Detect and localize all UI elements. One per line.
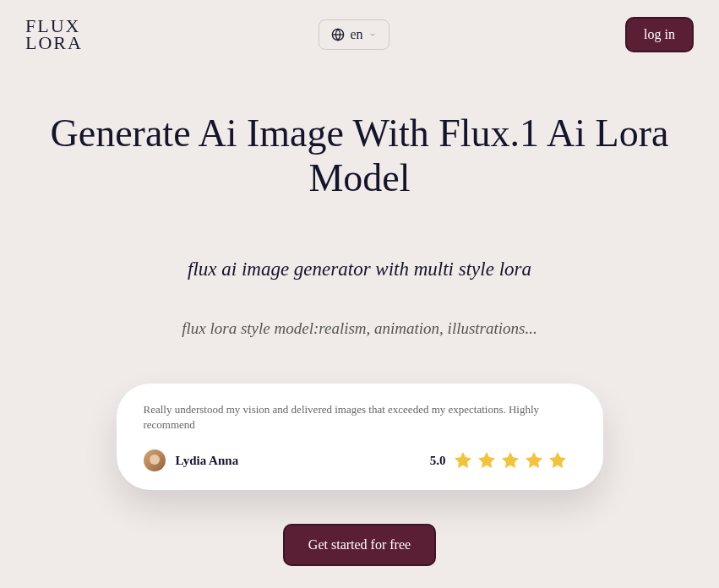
star-icon (524, 450, 544, 471)
header: FLUX LORA en log in (0, 0, 719, 69)
rating-value: 5.0 (430, 454, 446, 468)
chevron-down-icon (368, 30, 377, 39)
logo[interactable]: FLUX LORA (25, 18, 83, 52)
main-content: Generate Ai Image With Flux.1 Ai Lora Mo… (0, 69, 719, 566)
star-icon (500, 450, 520, 471)
star-icon (477, 450, 497, 471)
star-icon (453, 450, 473, 471)
globe-icon (331, 28, 345, 41)
get-started-button[interactable]: Get started for free (283, 524, 436, 566)
avatar (144, 449, 166, 471)
reviewer-name: Lydia Anna (176, 454, 239, 468)
rating: 5.0 (430, 450, 568, 471)
review-text: Really understood my vision and delivere… (144, 402, 568, 433)
review-card: Really understood my vision and delivere… (117, 384, 603, 490)
star-icon (547, 450, 568, 471)
stars (453, 450, 568, 471)
hero-subtitle: flux ai image generator with multi style… (34, 259, 685, 280)
logo-line2: LORA (25, 35, 83, 52)
language-selector[interactable]: en (319, 19, 389, 50)
login-button[interactable]: log in (625, 17, 694, 52)
lang-label: en (350, 27, 362, 42)
hero-subtitle2: flux lora style model:realism, animation… (34, 319, 685, 338)
reviewer: Lydia Anna (144, 449, 239, 471)
review-footer: Lydia Anna 5.0 (144, 449, 568, 471)
hero-title: Generate Ai Image With Flux.1 Ai Lora Mo… (39, 112, 681, 201)
